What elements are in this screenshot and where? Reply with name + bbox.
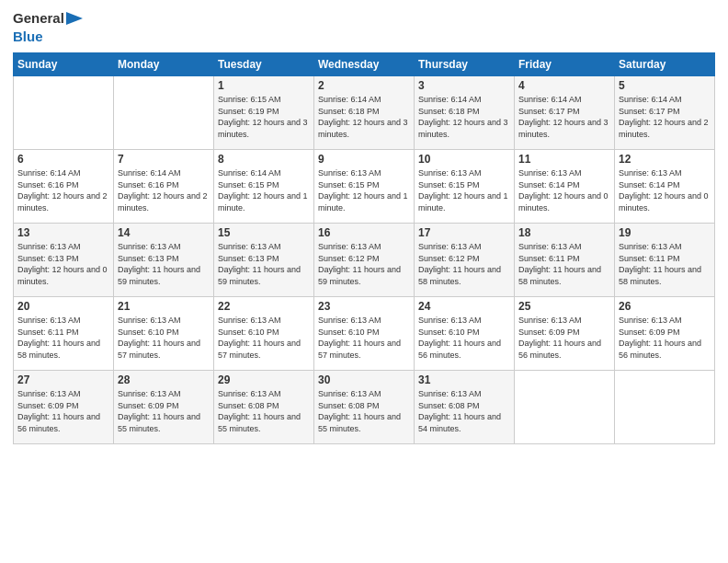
day-info: Sunrise: 6:13 AM Sunset: 6:14 PM Dayligh…: [619, 167, 711, 213]
day-info: Sunrise: 6:13 AM Sunset: 6:10 PM Dayligh…: [318, 315, 410, 361]
day-info: Sunrise: 6:13 AM Sunset: 6:08 PM Dayligh…: [218, 388, 310, 434]
calendar-cell: 1Sunrise: 6:15 AM Sunset: 6:19 PM Daylig…: [214, 76, 314, 150]
logo-blue: Blue: [13, 28, 83, 46]
day-number: 16: [318, 226, 410, 239]
day-number: 9: [318, 153, 410, 166]
day-number: 25: [518, 300, 610, 313]
calendar-cell: 22Sunrise: 6:13 AM Sunset: 6:10 PM Dayli…: [214, 297, 314, 371]
day-number: 7: [118, 153, 210, 166]
day-info: Sunrise: 6:14 AM Sunset: 6:17 PM Dayligh…: [518, 94, 610, 140]
day-number: 26: [619, 300, 711, 313]
day-number: 2: [318, 79, 410, 92]
calendar-cell: 7Sunrise: 6:14 AM Sunset: 6:16 PM Daylig…: [114, 150, 214, 224]
day-number: 11: [518, 153, 610, 166]
day-number: 23: [318, 300, 410, 313]
weekday-header-friday: Friday: [515, 53, 615, 76]
day-info: Sunrise: 6:14 AM Sunset: 6:16 PM Dayligh…: [118, 167, 210, 213]
day-number: 30: [318, 373, 410, 386]
calendar-cell: 6Sunrise: 6:14 AM Sunset: 6:16 PM Daylig…: [14, 150, 114, 224]
day-number: 13: [17, 226, 109, 239]
day-info: Sunrise: 6:13 AM Sunset: 6:10 PM Dayligh…: [218, 315, 310, 361]
day-number: 8: [218, 153, 310, 166]
day-number: 22: [218, 300, 310, 313]
day-info: Sunrise: 6:14 AM Sunset: 6:16 PM Dayligh…: [17, 167, 109, 213]
calendar-cell: 24Sunrise: 6:13 AM Sunset: 6:10 PM Dayli…: [415, 297, 515, 371]
day-number: 5: [619, 79, 711, 92]
day-info: Sunrise: 6:13 AM Sunset: 6:13 PM Dayligh…: [218, 241, 310, 287]
day-number: 6: [17, 153, 109, 166]
calendar-cell: 26Sunrise: 6:13 AM Sunset: 6:09 PM Dayli…: [615, 297, 715, 371]
calendar-cell: [615, 371, 715, 444]
calendar-cell: 4Sunrise: 6:14 AM Sunset: 6:17 PM Daylig…: [515, 76, 615, 150]
calendar-table: SundayMondayTuesdayWednesdayThursdayFrid…: [13, 52, 715, 444]
calendar-cell: 11Sunrise: 6:13 AM Sunset: 6:14 PM Dayli…: [515, 150, 615, 224]
day-number: 3: [418, 79, 510, 92]
logo-arrow-icon: [66, 12, 83, 25]
calendar-cell: 5Sunrise: 6:14 AM Sunset: 6:17 PM Daylig…: [615, 76, 715, 150]
calendar-cell: [14, 76, 114, 150]
calendar-cell: 9Sunrise: 6:13 AM Sunset: 6:15 PM Daylig…: [314, 150, 415, 224]
day-info: Sunrise: 6:14 AM Sunset: 6:15 PM Dayligh…: [218, 167, 310, 213]
weekday-header-monday: Monday: [114, 53, 214, 76]
calendar-cell: 8Sunrise: 6:14 AM Sunset: 6:15 PM Daylig…: [214, 150, 314, 224]
day-number: 21: [118, 300, 210, 313]
svg-marker-0: [66, 12, 83, 25]
weekday-header-saturday: Saturday: [615, 53, 715, 76]
calendar-cell: [515, 371, 615, 444]
day-number: 27: [17, 373, 109, 386]
day-info: Sunrise: 6:13 AM Sunset: 6:09 PM Dayligh…: [518, 315, 610, 361]
calendar-cell: 31Sunrise: 6:13 AM Sunset: 6:08 PM Dayli…: [415, 371, 515, 444]
day-number: 10: [418, 153, 510, 166]
calendar-cell: [114, 76, 214, 150]
day-number: 15: [218, 226, 310, 239]
weekday-header-sunday: Sunday: [14, 53, 114, 76]
calendar-cell: 19Sunrise: 6:13 AM Sunset: 6:11 PM Dayli…: [615, 224, 715, 297]
calendar-cell: 2Sunrise: 6:14 AM Sunset: 6:18 PM Daylig…: [314, 76, 415, 150]
day-info: Sunrise: 6:13 AM Sunset: 6:13 PM Dayligh…: [118, 241, 210, 287]
calendar-cell: 15Sunrise: 6:13 AM Sunset: 6:13 PM Dayli…: [214, 224, 314, 297]
page-header: General Blue: [13, 9, 715, 45]
calendar-cell: 13Sunrise: 6:13 AM Sunset: 6:13 PM Dayli…: [14, 224, 114, 297]
day-info: Sunrise: 6:13 AM Sunset: 6:12 PM Dayligh…: [418, 241, 510, 287]
calendar-cell: 10Sunrise: 6:13 AM Sunset: 6:15 PM Dayli…: [415, 150, 515, 224]
day-info: Sunrise: 6:13 AM Sunset: 6:10 PM Dayligh…: [418, 315, 510, 361]
calendar-cell: 27Sunrise: 6:13 AM Sunset: 6:09 PM Dayli…: [14, 371, 114, 444]
day-number: 18: [518, 226, 610, 239]
calendar-cell: 30Sunrise: 6:13 AM Sunset: 6:08 PM Dayli…: [314, 371, 415, 444]
day-number: 19: [619, 226, 711, 239]
day-info: Sunrise: 6:13 AM Sunset: 6:13 PM Dayligh…: [17, 241, 109, 287]
day-info: Sunrise: 6:13 AM Sunset: 6:11 PM Dayligh…: [518, 241, 610, 287]
weekday-header-wednesday: Wednesday: [314, 53, 415, 76]
calendar-cell: 14Sunrise: 6:13 AM Sunset: 6:13 PM Dayli…: [114, 224, 214, 297]
day-number: 1: [218, 79, 310, 92]
day-info: Sunrise: 6:13 AM Sunset: 6:15 PM Dayligh…: [318, 167, 410, 213]
day-info: Sunrise: 6:13 AM Sunset: 6:14 PM Dayligh…: [518, 167, 610, 213]
calendar-cell: 18Sunrise: 6:13 AM Sunset: 6:11 PM Dayli…: [515, 224, 615, 297]
logo: General Blue: [13, 9, 83, 45]
day-info: Sunrise: 6:13 AM Sunset: 6:08 PM Dayligh…: [418, 388, 510, 434]
day-number: 29: [218, 373, 310, 386]
day-info: Sunrise: 6:15 AM Sunset: 6:19 PM Dayligh…: [218, 94, 310, 140]
day-info: Sunrise: 6:13 AM Sunset: 6:09 PM Dayligh…: [619, 315, 711, 361]
calendar-cell: 3Sunrise: 6:14 AM Sunset: 6:18 PM Daylig…: [415, 76, 515, 150]
day-info: Sunrise: 6:14 AM Sunset: 6:18 PM Dayligh…: [418, 94, 510, 140]
day-number: 14: [118, 226, 210, 239]
day-info: Sunrise: 6:14 AM Sunset: 6:17 PM Dayligh…: [619, 94, 711, 140]
day-number: 4: [518, 79, 610, 92]
day-number: 31: [418, 373, 510, 386]
day-number: 28: [118, 373, 210, 386]
calendar-cell: 21Sunrise: 6:13 AM Sunset: 6:10 PM Dayli…: [114, 297, 214, 371]
day-number: 20: [17, 300, 109, 313]
calendar-cell: 25Sunrise: 6:13 AM Sunset: 6:09 PM Dayli…: [515, 297, 615, 371]
day-info: Sunrise: 6:13 AM Sunset: 6:11 PM Dayligh…: [17, 315, 109, 361]
day-number: 24: [418, 300, 510, 313]
calendar-cell: 23Sunrise: 6:13 AM Sunset: 6:10 PM Dayli…: [314, 297, 415, 371]
day-info: Sunrise: 6:14 AM Sunset: 6:18 PM Dayligh…: [318, 94, 410, 140]
calendar-cell: 29Sunrise: 6:13 AM Sunset: 6:08 PM Dayli…: [214, 371, 314, 444]
weekday-header-thursday: Thursday: [415, 53, 515, 76]
day-info: Sunrise: 6:13 AM Sunset: 6:09 PM Dayligh…: [118, 388, 210, 434]
day-number: 12: [619, 153, 711, 166]
calendar-cell: 12Sunrise: 6:13 AM Sunset: 6:14 PM Dayli…: [615, 150, 715, 224]
day-info: Sunrise: 6:13 AM Sunset: 6:11 PM Dayligh…: [619, 241, 711, 287]
day-info: Sunrise: 6:13 AM Sunset: 6:15 PM Dayligh…: [418, 167, 510, 213]
